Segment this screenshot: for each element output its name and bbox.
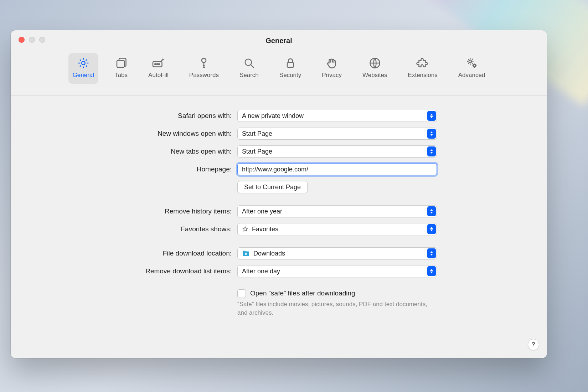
gear-icon [77,57,90,69]
hand-icon [325,57,338,69]
homepage-label: Homepage: [36,165,237,173]
open-safe-files-checkbox[interactable] [237,289,246,298]
chevron-up-down-icon [427,266,436,276]
chevron-up-down-icon [427,248,436,258]
tab-tabs-label: Tabs [115,72,128,79]
favorites-shows-label: Favorites shows: [36,225,237,233]
tab-security-label: Security [279,72,301,79]
titlebar: General [11,30,547,51]
safari-opens-with-label: Safari opens with: [36,112,237,120]
chevron-up-down-icon [427,129,436,139]
chevron-up-down-icon [427,111,436,121]
open-safe-files-label: Open “safe” files after downloading [250,289,355,297]
preferences-window: General General Tabs AutoFill [11,30,547,358]
folder-icon [242,250,250,257]
autofill-icon [152,57,165,69]
globe-icon [368,57,381,69]
svg-point-4 [157,64,158,65]
remove-download-list-popup[interactable]: After one day [237,265,437,277]
svg-point-11 [473,65,475,67]
help-button[interactable]: ? [528,339,539,350]
svg-point-0 [82,61,85,65]
tab-search[interactable]: Search [235,53,263,84]
search-icon [243,57,256,69]
window-title: General [11,37,547,45]
chevron-up-down-icon [427,224,436,234]
tab-websites-label: Websites [362,72,387,79]
new-tabs-open-with-label: New tabs open with: [36,148,237,155]
tab-autofill[interactable]: AutoFill [144,53,173,84]
svg-rect-8 [287,63,294,68]
tab-search-label: Search [239,72,259,79]
tab-privacy-label: Privacy [322,72,342,79]
svg-point-7 [245,59,252,66]
file-download-location-value: Downloads [253,250,285,257]
new-windows-open-with-popup[interactable]: Start Page [237,128,437,140]
star-icon [242,226,248,232]
tab-advanced[interactable]: Advanced [454,53,490,84]
gears-icon [465,57,478,69]
open-safe-files-hint: “Safe” files include movies, pictures, s… [237,300,437,317]
tab-extensions[interactable]: Extensions [404,53,442,84]
lock-icon [284,57,297,69]
svg-point-5 [159,64,160,65]
new-windows-open-with-value: Start Page [242,130,272,138]
remove-history-items-label: Remove history items: [36,207,237,215]
homepage-input[interactable] [237,163,437,175]
preferences-toolbar: General Tabs AutoFill Passwords [11,51,547,96]
svg-point-10 [469,60,471,63]
new-tabs-open-with-value: Start Page [242,148,272,155]
puzzle-icon [416,57,429,69]
file-download-location-label: File download location: [36,249,237,257]
remove-history-items-value: After one year [242,208,282,215]
safari-opens-with-popup[interactable]: A new private window [237,110,437,122]
remove-download-list-label: Remove download list items: [36,267,237,275]
tabs-icon [115,57,128,69]
key-icon [197,57,210,69]
svg-point-3 [155,64,156,65]
tab-advanced-label: Advanced [458,72,485,79]
remove-history-items-popup[interactable]: After one year [237,205,437,217]
tab-websites[interactable]: Websites [358,53,392,84]
favorites-shows-popup[interactable]: Favorites [237,223,437,235]
tab-privacy[interactable]: Privacy [318,53,346,84]
favorites-shows-value: Favorites [252,226,278,233]
svg-rect-1 [117,61,124,68]
tab-security[interactable]: Security [275,53,305,84]
file-download-location-popup[interactable]: Downloads [237,247,437,259]
general-settings-form: Safari opens with: A new private window … [11,96,547,317]
tab-passwords-label: Passwords [189,72,219,79]
chevron-up-down-icon [427,206,436,216]
tab-general-label: General [73,72,94,79]
chevron-up-down-icon [427,146,436,156]
tab-passwords[interactable]: Passwords [185,53,223,84]
new-windows-open-with-label: New windows open with: [36,130,237,138]
safari-opens-with-value: A new private window [242,112,304,120]
tab-general[interactable]: General [68,53,98,84]
tab-tabs[interactable]: Tabs [110,53,132,84]
svg-point-6 [202,58,206,63]
new-tabs-open-with-popup[interactable]: Start Page [237,145,437,158]
remove-download-list-value: After one day [242,268,280,275]
set-to-current-page-button[interactable]: Set to Current Page [237,181,308,193]
tab-extensions-label: Extensions [408,72,438,79]
tab-autofill-label: AutoFill [148,72,169,79]
